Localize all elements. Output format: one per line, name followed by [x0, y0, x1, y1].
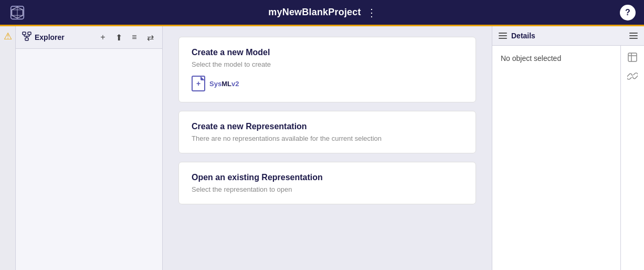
create-representation-card[interactable]: Create a new Representation There are no… — [178, 111, 476, 153]
card-subtitle: Select the representation to open — [192, 185, 463, 193]
right-panel-options-icon[interactable] — [629, 33, 638, 39]
svg-rect-5 — [23, 32, 26, 35]
help-button[interactable]: ? — [620, 5, 636, 20]
open-representation-card[interactable]: Open an existing Representation Select t… — [178, 162, 476, 204]
project-title: myNewBlankProject — [268, 7, 361, 18]
add-button[interactable]: + — [97, 32, 109, 43]
card-title: Create a new Model — [192, 48, 463, 57]
sysmlv2-label: SysMLv2 — [209, 80, 239, 88]
details-view-icon[interactable] — [625, 50, 640, 65]
topbar-right: ? — [620, 5, 636, 20]
link-icon[interactable] — [625, 69, 640, 84]
topbar-center: myNewBlankProject ⋮ — [268, 6, 377, 19]
collapse-button[interactable]: ⬆ — [113, 32, 124, 43]
tree-icon — [22, 32, 31, 43]
topbar: myNewBlankProject ⋮ ? — [0, 0, 644, 26]
explorer-title-row: Explorer — [22, 32, 65, 43]
sysmlv2-item[interactable]: + SysMLv2 — [192, 76, 239, 91]
explorer-panel: Explorer + ⬆ ≡ ⇄ — [16, 26, 163, 270]
right-panel-header: Details — [492, 26, 644, 46]
right-panel-main: No object selected — [492, 46, 620, 270]
create-model-card[interactable]: Create a new Model Select the model to c… — [178, 37, 476, 102]
card-title: Open an existing Representation — [192, 173, 463, 182]
center-content: Create a new Model Select the model to c… — [163, 26, 492, 270]
svg-rect-7 — [25, 38, 28, 40]
no-object-text: No object selected — [501, 54, 612, 63]
card-title: Create a new Representation — [192, 122, 463, 131]
explorer-toolbar: + ⬆ ≡ ⇄ — [97, 32, 156, 43]
explorer-body — [16, 49, 162, 270]
app-logo — [8, 4, 26, 22]
card-subtitle: There are no representations available f… — [192, 134, 463, 142]
explorer-header: Explorer + ⬆ ≡ ⇄ — [16, 26, 162, 49]
details-menu-icon — [499, 33, 507, 39]
card-subtitle: Select the model to create — [192, 60, 463, 68]
svg-rect-6 — [28, 32, 31, 35]
right-panel-title: Details — [499, 32, 535, 40]
svg-rect-12 — [628, 53, 637, 61]
topbar-left — [8, 4, 26, 22]
right-panel-icon-bar — [620, 46, 644, 270]
left-icon-bar: ⚠ — [0, 26, 16, 270]
right-panel: Details No object selected — [492, 26, 644, 270]
card-items: + SysMLv2 — [192, 76, 463, 91]
filter-button[interactable]: ≡ — [129, 32, 140, 43]
sync-button[interactable]: ⇄ — [144, 32, 156, 43]
file-plus-icon: + — [196, 79, 200, 88]
warning-icon[interactable]: ⚠ — [2, 30, 14, 42]
right-panel-inner: No object selected — [492, 46, 644, 270]
file-icon: + — [192, 76, 205, 91]
explorer-title: Explorer — [35, 33, 65, 41]
more-options-icon[interactable]: ⋮ — [366, 6, 378, 19]
details-label: Details — [511, 32, 535, 40]
main-layout: ⚠ Explorer + — [0, 26, 644, 270]
